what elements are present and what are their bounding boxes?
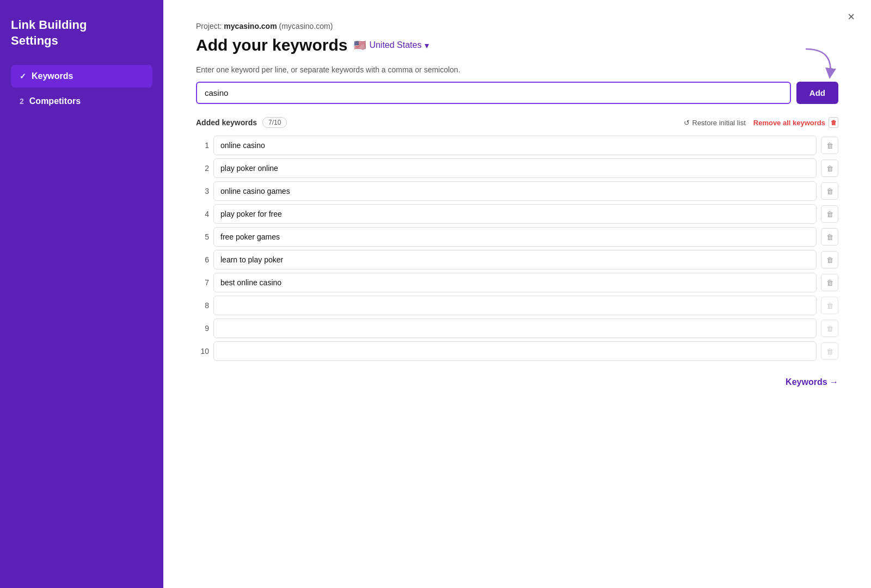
keyword-row-number: 7 xyxy=(196,278,209,287)
table-row: 4🗑 xyxy=(196,204,838,224)
keyword-row-input[interactable] xyxy=(213,250,817,270)
sidebar-item-competitors-label: Competitors xyxy=(29,96,81,106)
footer-nav: Keywords → xyxy=(196,377,838,387)
table-row: 2🗑 xyxy=(196,158,838,178)
main-content: × Project: mycasino.com (mycasino.com) A… xyxy=(163,0,871,588)
delete-keyword-button[interactable]: 🗑 xyxy=(821,297,838,314)
keyword-row-input[interactable] xyxy=(213,158,817,178)
restore-button[interactable]: ↺ Restore initial list xyxy=(684,119,746,127)
keyword-row-number: 5 xyxy=(196,232,209,241)
sidebar-num-competitors: 2 xyxy=(20,97,24,106)
table-row: 10🗑 xyxy=(196,341,838,361)
keywords-count: 7/10 xyxy=(262,117,287,128)
keyword-row-number: 3 xyxy=(196,187,209,195)
sidebar-item-keywords[interactable]: ✓ Keywords xyxy=(11,65,152,88)
delete-keyword-button[interactable]: 🗑 xyxy=(821,274,838,291)
remove-all-label: Remove all keywords xyxy=(753,119,825,127)
table-row: 3🗑 xyxy=(196,181,838,201)
delete-keyword-button[interactable]: 🗑 xyxy=(821,182,838,200)
delete-keyword-button[interactable]: 🗑 xyxy=(821,228,838,246)
table-row: 5🗑 xyxy=(196,227,838,247)
project-name: mycasino.com xyxy=(224,22,277,30)
country-selector[interactable]: 🇺🇸 United States ▾ xyxy=(354,39,429,51)
chevron-down-icon: ▾ xyxy=(425,40,429,51)
restore-label: Restore initial list xyxy=(692,119,746,127)
delete-keyword-button[interactable]: 🗑 xyxy=(821,160,838,177)
table-row: 9🗑 xyxy=(196,318,838,338)
keyword-row-input[interactable] xyxy=(213,181,817,201)
sidebar: Link Building Settings ✓ Keywords 2 Comp… xyxy=(0,0,163,588)
add-button[interactable]: Add xyxy=(796,82,838,104)
sidebar-item-competitors[interactable]: 2 Competitors xyxy=(11,90,152,113)
project-label: Project: mycasino.com (mycasino.com) xyxy=(196,22,838,30)
delete-keyword-button[interactable]: 🗑 xyxy=(821,137,838,154)
table-row: 8🗑 xyxy=(196,296,838,315)
keyword-input[interactable] xyxy=(196,82,791,104)
remove-all-button[interactable]: Remove all keywords 🗑 xyxy=(753,117,838,128)
page-title: Add your keywords 🇺🇸 United States ▾ xyxy=(196,36,838,54)
keyword-row-input[interactable] xyxy=(213,273,817,292)
keyword-row-input[interactable] xyxy=(213,318,817,338)
keyword-row-number: 6 xyxy=(196,255,209,264)
trash-icon: 🗑 xyxy=(829,117,838,128)
sidebar-nav: ✓ Keywords 2 Competitors xyxy=(11,65,152,113)
arrow-annotation xyxy=(795,44,838,82)
keyword-row-number: 1 xyxy=(196,141,209,150)
delete-keyword-button[interactable]: 🗑 xyxy=(821,342,838,360)
keyword-list: 1🗑2🗑3🗑4🗑5🗑6🗑7🗑8🗑9🗑10🗑 xyxy=(196,136,838,361)
table-row: 7🗑 xyxy=(196,273,838,292)
keywords-header: Added keywords 7/10 ↺ Restore initial li… xyxy=(196,117,838,128)
keywords-title: Added keywords xyxy=(196,118,257,127)
country-flag: 🇺🇸 xyxy=(354,39,366,51)
keyword-row-input[interactable] xyxy=(213,204,817,224)
keyword-row-number: 2 xyxy=(196,164,209,173)
country-name: United States xyxy=(369,40,421,50)
check-icon: ✓ xyxy=(20,72,26,81)
keyword-row-number: 9 xyxy=(196,324,209,333)
keyword-row-number: 10 xyxy=(196,347,209,356)
keyword-input-row: Add xyxy=(196,82,838,104)
delete-keyword-button[interactable]: 🗑 xyxy=(821,320,838,337)
keyword-row-input[interactable] xyxy=(213,296,817,315)
restore-icon: ↺ xyxy=(684,119,690,127)
instruction-text: Enter one keyword per line, or separate … xyxy=(196,65,838,74)
keyword-row-number: 8 xyxy=(196,301,209,310)
next-button[interactable]: Keywords → xyxy=(786,377,838,387)
keyword-row-number: 4 xyxy=(196,210,209,218)
keywords-header-right: ↺ Restore initial list Remove all keywor… xyxy=(684,117,839,128)
keyword-row-input[interactable] xyxy=(213,227,817,247)
delete-keyword-button[interactable]: 🗑 xyxy=(821,205,838,223)
table-row: 1🗑 xyxy=(196,136,838,155)
table-row: 6🗑 xyxy=(196,250,838,270)
keyword-row-input[interactable] xyxy=(213,136,817,155)
delete-keyword-button[interactable]: 🗑 xyxy=(821,251,838,268)
sidebar-item-keywords-label: Keywords xyxy=(32,71,73,81)
keywords-header-left: Added keywords 7/10 xyxy=(196,117,287,128)
sidebar-title: Link Building Settings xyxy=(11,17,152,48)
keyword-row-input[interactable] xyxy=(213,341,817,361)
close-button[interactable]: × xyxy=(848,11,855,23)
